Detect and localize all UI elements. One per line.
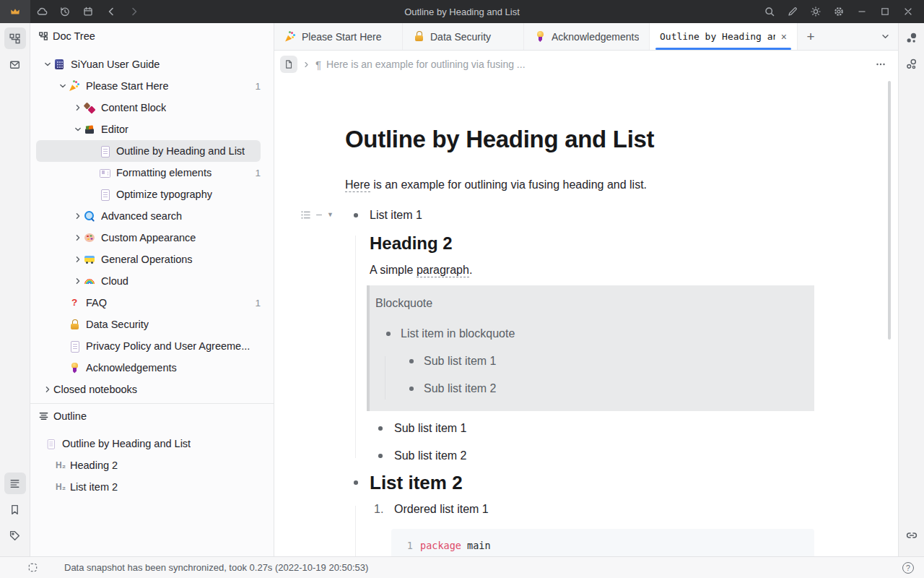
tab-label: Data Security	[430, 31, 513, 43]
status-message: Data snapshot has been synchronized, too…	[64, 562, 368, 573]
code-text: main	[461, 540, 491, 551]
tab-acknowledgements[interactable]: Acknowledgements	[524, 23, 650, 50]
search-icon[interactable]	[758, 0, 781, 23]
bookmark-dock-icon[interactable]	[4, 499, 26, 520]
settings-gear-icon[interactable]	[827, 0, 850, 23]
doc-tree-item-outline-by-heading-and-list[interactable]: Outline by Heading and List	[36, 140, 261, 162]
block-ref-link[interactable]: Here	[345, 178, 370, 192]
chevron-down-icon[interactable]	[42, 59, 53, 70]
chevron-right-icon[interactable]	[72, 210, 84, 222]
go-back-icon[interactable]	[100, 0, 123, 23]
more-button[interactable]	[875, 59, 886, 70]
breadcrumb-text[interactable]: Here is an example for outlining via fus…	[326, 59, 870, 70]
minimize-icon[interactable]	[850, 0, 873, 23]
doc-tree-title: Doc Tree	[53, 30, 95, 42]
close-icon[interactable]: ×	[781, 32, 787, 42]
doc-label: Data Security	[86, 319, 149, 330]
doc-tree-item-custom-appearance[interactable]: Custom Appearance	[36, 227, 261, 249]
tab-list-chevron-button[interactable]	[872, 23, 898, 50]
doc-tree-item-editor[interactable]: Editor	[36, 118, 261, 140]
backlinks-link-icon[interactable]	[901, 525, 923, 546]
maximize-icon[interactable]	[873, 0, 897, 23]
outline-item-doc[interactable]: Outline by Heading and List	[36, 433, 261, 454]
blockquote[interactable]: Blockquote List item in blockquote Sub l…	[367, 285, 814, 411]
list-item-text: Ordered list item 1	[394, 503, 489, 515]
sync-cloud-icon[interactable]	[30, 0, 53, 23]
editor-scroll-area[interactable]: Outline by Heading and List Here is an e…	[274, 78, 898, 556]
chevron-right-icon[interactable]	[72, 102, 84, 113]
tab-outline-by-heading-and-list[interactable]: Outline by Heading and List ×	[650, 23, 798, 50]
doc-tree-item-cloud[interactable]: Cloud	[36, 270, 261, 292]
doc-tree-item-data-security[interactable]: Data Security	[36, 314, 261, 335]
go-forward-icon[interactable]	[123, 0, 146, 23]
tab-label: Please Start Here	[302, 31, 392, 43]
doc-label: FAQ	[86, 297, 107, 309]
edit-mode-icon[interactable]	[781, 0, 804, 23]
doc-tree-item-general-operations[interactable]: General Operations	[36, 249, 261, 270]
doc-tree-item-faq[interactable]: FAQ 1	[36, 292, 261, 314]
inbox-mail-icon[interactable]	[4, 53, 26, 75]
theme-sun-icon[interactable]	[804, 0, 827, 23]
tab-please-start-here[interactable]: Please Start Here	[274, 23, 403, 50]
heading-2[interactable]: Heading 2	[370, 233, 814, 254]
chevron-right-icon[interactable]	[72, 232, 84, 243]
chevron-down-icon[interactable]	[72, 124, 84, 135]
simple-paragraph[interactable]: A simple paragraph.	[370, 264, 814, 277]
right-dock	[898, 23, 924, 556]
doc-tree-item-privacy-policy[interactable]: Privacy Policy and User Agreeme...	[36, 335, 261, 357]
chevron-slot	[87, 189, 99, 200]
doc-tree-item-acknowledgements[interactable]: Acknowledgements	[36, 357, 261, 379]
new-tab-button[interactable]: +	[798, 23, 824, 50]
document-icon	[45, 439, 56, 449]
blockquote-sub-item-2[interactable]: Sub list item 2	[398, 381, 803, 396]
doc-tree-item-content-block[interactable]: Content Block	[36, 97, 261, 118]
right-dock-bottom	[901, 525, 923, 556]
intro-paragraph[interactable]: Here is an example for outlining via fus…	[345, 178, 814, 191]
chevron-down-icon[interactable]	[57, 80, 69, 92]
tag-dock-icon[interactable]	[4, 525, 26, 546]
blockquote-list-item[interactable]: List item in blockquote	[375, 327, 803, 341]
paragraph-mark-icon: ¶	[315, 59, 321, 71]
workspace-crown-icon[interactable]	[0, 0, 30, 23]
blockquote-sub-item-1[interactable]: Sub list item 1	[398, 354, 803, 368]
doc-tree-item-formatting-elements[interactable]: Formatting elements 1	[36, 162, 261, 184]
snapshot-icon[interactable]	[27, 562, 38, 573]
close-icon[interactable]	[897, 0, 920, 23]
list-item-2-heading[interactable]: List item 2	[345, 471, 814, 494]
doc-tree-item-closed-notebooks[interactable]: Closed notebooks	[36, 379, 261, 400]
collapse-arrow-icon[interactable]: ▼	[327, 212, 334, 218]
outline-dock-icon[interactable]	[4, 473, 26, 494]
doc-tree-item-siyuan-user-guide[interactable]: SiYuan User Guide	[36, 53, 261, 75]
graph-dock-icon[interactable]	[901, 27, 923, 49]
doc-label: Cloud	[101, 275, 128, 287]
left-dock-bottom	[4, 473, 26, 556]
doc-tree-item-please-start-here[interactable]: Please Start Here 1	[36, 75, 261, 97]
outline-header[interactable]: Outline	[30, 404, 274, 428]
bus-icon	[84, 254, 95, 265]
file-tree-dock-icon[interactable]	[4, 27, 26, 49]
chevron-right-icon[interactable]	[42, 384, 53, 395]
daily-note-icon[interactable]	[77, 0, 100, 23]
doc-tree-item-optimize-typography[interactable]: Optimize typography	[36, 184, 261, 205]
virtual-ref[interactable]: paragraph	[417, 264, 469, 277]
help-button[interactable]: ?	[902, 562, 914, 574]
document-title[interactable]: Outline by Heading and List	[345, 123, 814, 155]
outline-item-heading-2[interactable]: H₂ Heading 2	[36, 454, 261, 476]
list-item-1[interactable]: List item 1	[345, 209, 814, 222]
sub-list-item-2[interactable]: Sub list item 2	[370, 449, 814, 462]
data-history-icon[interactable]	[53, 0, 77, 23]
editor-scrollbar[interactable]	[888, 81, 891, 340]
outline-item-list-item-2[interactable]: H₂ List item 2	[36, 476, 261, 498]
unordered-list-icon[interactable]	[300, 210, 311, 220]
tab-data-security[interactable]: Data Security	[403, 23, 524, 50]
chevron-right-icon[interactable]	[72, 254, 84, 265]
code-block[interactable]: 1package main	[391, 529, 814, 556]
doc-tree-item-advanced-search[interactable]: Advanced search	[36, 205, 261, 227]
doc-tree-header[interactable]: Doc Tree	[30, 23, 274, 49]
list-item-icon[interactable]	[316, 215, 322, 216]
doc-file-icon-button[interactable]	[280, 56, 297, 73]
global-graph-dock-icon[interactable]	[901, 53, 923, 75]
chevron-right-icon[interactable]	[72, 275, 84, 287]
ordered-list-item-1[interactable]: 1. Ordered list item 1	[370, 503, 814, 516]
sub-list-item-1[interactable]: Sub list item 1	[370, 422, 814, 435]
